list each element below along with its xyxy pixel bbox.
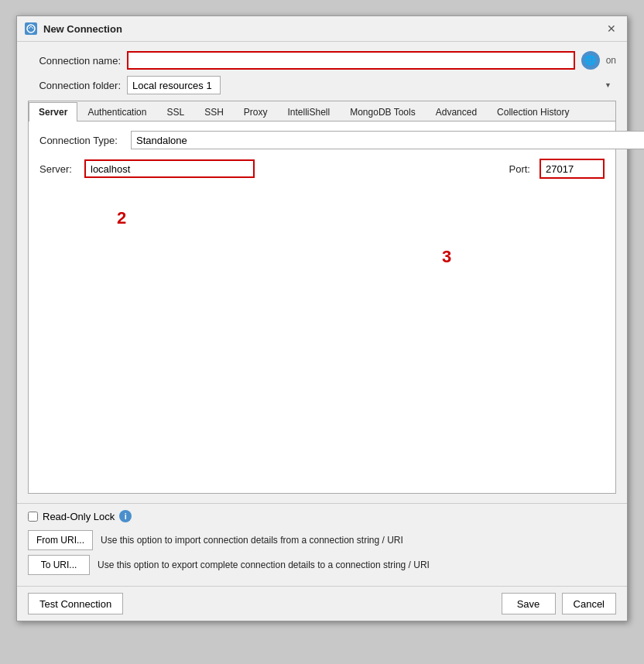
dialog-title: New Connection: [43, 23, 122, 35]
from-uri-text: Use this option to import connection det…: [101, 535, 403, 546]
tab-intellishell[interactable]: IntelliShell: [278, 102, 341, 122]
server-port-row: Server: Port:: [39, 159, 605, 179]
annotation-3: 3: [442, 247, 451, 267]
port-input[interactable]: [541, 160, 603, 177]
tab-server[interactable]: Server: [29, 102, 77, 122]
to-uri-text: Use this option to export complete conne…: [98, 560, 430, 570]
read-only-row: Read-Only Lock i: [28, 510, 616, 522]
tab-ssh[interactable]: SSH: [194, 102, 234, 122]
tab-authentication[interactable]: Authentication: [77, 102, 156, 122]
to-uri-row: To URI... Use this option to export comp…: [28, 555, 616, 575]
tab-proxy[interactable]: Proxy: [234, 102, 278, 122]
globe-icon: 🌐: [581, 51, 600, 70]
port-input-wrapper: [540, 159, 605, 179]
read-only-info-icon[interactable]: i: [119, 510, 132, 522]
connection-folder-wrapper: Local resources 1 Local resources 2 Remo…: [127, 76, 616, 94]
tab-collection-history[interactable]: Collection History: [487, 102, 579, 122]
title-bar: New Connection ✕: [17, 16, 627, 42]
connection-name-input[interactable]: [127, 51, 575, 70]
connection-type-label: Connection Type:: [39, 135, 125, 146]
on-label: on: [606, 55, 616, 66]
read-only-label: Read-Only Lock: [43, 511, 115, 522]
tab-content-server: Connection Type: Standalone Replica Set …: [29, 122, 615, 493]
server-input[interactable]: [84, 159, 255, 178]
test-connection-button[interactable]: Test Connection: [28, 593, 123, 614]
connection-name-row: Connection name: 🌐 on: [28, 51, 616, 70]
from-uri-row: From URI... Use this option to import co…: [28, 530, 616, 550]
connection-name-label: Connection name:: [28, 55, 121, 67]
annotation-area: 2 3: [39, 185, 605, 417]
server-label: Server:: [39, 163, 78, 175]
connection-folder-select[interactable]: Local resources 1 Local resources 2 Remo…: [127, 76, 221, 94]
dialog-body: Connection name: 🌐 on Connection folder:…: [17, 42, 627, 503]
tab-ssl[interactable]: SSL: [156, 102, 194, 122]
bottom-section: Read-Only Lock i From URI... Use this op…: [17, 503, 627, 586]
to-uri-button[interactable]: To URI...: [28, 555, 90, 575]
title-bar-left: New Connection: [25, 22, 122, 35]
tabs-container: Server Authentication SSL SSH Proxy Inte…: [28, 101, 616, 494]
connection-folder-label: Connection folder:: [28, 80, 121, 91]
new-connection-dialog: New Connection ✕ Connection name: 🌐 on C…: [16, 15, 628, 621]
from-uri-button[interactable]: From URI...: [28, 530, 93, 550]
tabs-bar: Server Authentication SSL SSH Proxy Inte…: [29, 101, 615, 122]
tab-advanced[interactable]: Advanced: [426, 102, 487, 122]
read-only-checkbox[interactable]: [28, 512, 38, 522]
close-button[interactable]: ✕: [604, 21, 619, 36]
annotation-2: 2: [117, 208, 126, 228]
footer-row: Test Connection Save Cancel: [17, 586, 627, 621]
connection-type-wrapper: Standalone Replica Set Sharded Cluster: [131, 131, 644, 149]
tab-mongodb-tools[interactable]: MongoDB Tools: [340, 102, 426, 122]
port-label: Port:: [509, 163, 530, 175]
connection-type-select[interactable]: Standalone Replica Set Sharded Cluster: [131, 131, 644, 149]
cancel-button[interactable]: Cancel: [562, 593, 616, 614]
dialog-icon: [25, 22, 37, 35]
save-button[interactable]: Save: [502, 593, 556, 614]
connection-folder-row: Connection folder: Local resources 1 Loc…: [28, 76, 616, 94]
connection-type-row: Connection Type: Standalone Replica Set …: [39, 131, 605, 149]
footer-right: Save Cancel: [502, 593, 616, 614]
